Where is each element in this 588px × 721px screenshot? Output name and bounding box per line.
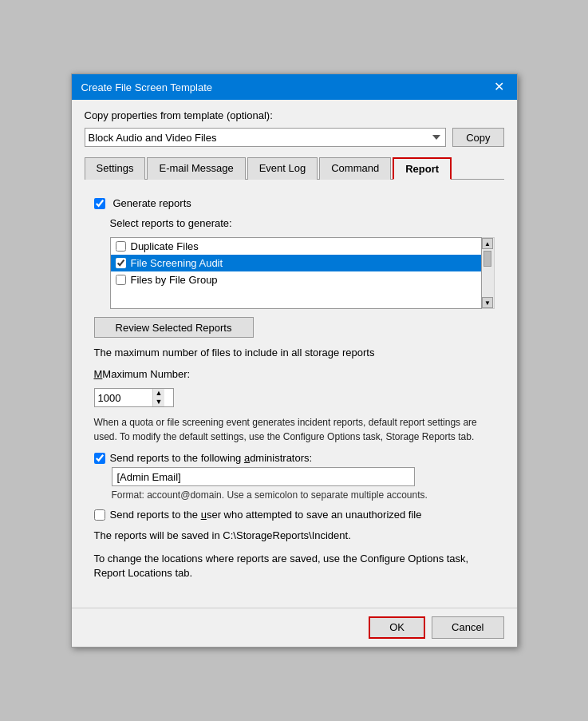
report-audit-label: File Screening Audit: [131, 257, 223, 269]
tab-command[interactable]: Command: [319, 157, 391, 180]
dialog-title: Create File Screen Template: [81, 81, 213, 93]
copy-label: Copy properties from template (optional)…: [85, 109, 504, 121]
send-admin-row: Send reports to the following administra…: [94, 452, 495, 464]
send-user-label: Send reports to the user who attempted t…: [110, 509, 422, 521]
max-number-spinner: ▲ ▼: [94, 388, 174, 407]
send-user-checkbox[interactable]: [94, 509, 105, 521]
generate-reports-label: Generate reports: [113, 197, 191, 209]
copy-row: Block Audio and Video Files Block Image …: [85, 128, 504, 147]
tab-eventlog[interactable]: Event Log: [247, 157, 318, 180]
list-scrollbar[interactable]: ▲ ▼: [482, 237, 495, 309]
send-admin-label: Send reports to the following administra…: [110, 452, 313, 464]
save-path-text: The reports will be saved in C:\StorageR…: [94, 529, 495, 543]
scroll-down-btn[interactable]: ▼: [482, 297, 493, 308]
ok-button[interactable]: OK: [369, 616, 425, 639]
report-filegroup-label: Files by File Group: [131, 274, 218, 286]
send-user-row: Send reports to the user who attempted t…: [94, 509, 495, 521]
max-number-row: ▲ ▼: [94, 388, 495, 407]
generate-reports-row: Generate reports: [94, 197, 495, 209]
note-text: When a quota or file screening event gen…: [94, 415, 495, 444]
select-reports-label: Select reports to generate:: [110, 217, 495, 229]
cancel-button[interactable]: Cancel: [432, 616, 503, 639]
report-tab-content: Generate reports Select reports to gener…: [85, 186, 504, 592]
report-audit-checkbox[interactable]: [116, 258, 126, 268]
email-format-hint: Format: account@domain. Use a semicolon …: [112, 489, 495, 501]
dialog-footer: OK Cancel: [72, 608, 517, 647]
tab-settings[interactable]: Settings: [85, 157, 146, 180]
location-note: To change the locations where reports ar…: [94, 552, 495, 580]
reports-list-wrapper: Duplicate Files File Screening Audit Fil…: [110, 237, 495, 309]
spinner-up-btn[interactable]: ▲: [153, 389, 165, 398]
dialog-body: Copy properties from template (optional)…: [72, 100, 517, 601]
close-button[interactable]: ✕: [491, 81, 507, 93]
tab-email[interactable]: E-mail Message: [147, 157, 245, 180]
report-item-filegroup[interactable]: Files by File Group: [111, 271, 481, 288]
template-select[interactable]: Block Audio and Video Files Block Image …: [85, 128, 447, 147]
report-filegroup-checkbox[interactable]: [116, 275, 126, 285]
max-files-info: The maximum number of files to include i…: [94, 346, 495, 360]
spinner-down-btn[interactable]: ▼: [153, 398, 165, 406]
create-file-screen-dialog: Create File Screen Template ✕ Copy prope…: [71, 73, 518, 648]
report-duplicate-checkbox[interactable]: [116, 241, 126, 252]
max-number-input[interactable]: [95, 389, 152, 406]
scroll-up-btn[interactable]: ▲: [482, 238, 493, 249]
max-number-label: MMaximum Number:: [94, 368, 495, 380]
review-reports-button[interactable]: Review Selected Reports: [94, 317, 254, 338]
scroll-thumb: [483, 251, 491, 267]
generate-reports-checkbox[interactable]: [94, 198, 105, 209]
admin-email-input[interactable]: [Admin Email]: [112, 467, 415, 486]
spinner-buttons: ▲ ▼: [152, 389, 165, 406]
report-item-duplicate[interactable]: Duplicate Files: [111, 238, 481, 255]
admin-email-section: Send reports to the following administra…: [94, 452, 495, 501]
reports-list[interactable]: Duplicate Files File Screening Audit Fil…: [110, 237, 482, 309]
tab-report[interactable]: Report: [393, 157, 452, 180]
report-item-audit[interactable]: File Screening Audit: [111, 255, 481, 271]
send-admin-checkbox[interactable]: [94, 453, 105, 464]
tabs-container: Settings E-mail Message Event Log Comman…: [85, 156, 504, 180]
copy-button[interactable]: Copy: [452, 128, 503, 147]
report-duplicate-label: Duplicate Files: [131, 240, 199, 252]
title-bar: Create File Screen Template ✕: [72, 74, 517, 100]
